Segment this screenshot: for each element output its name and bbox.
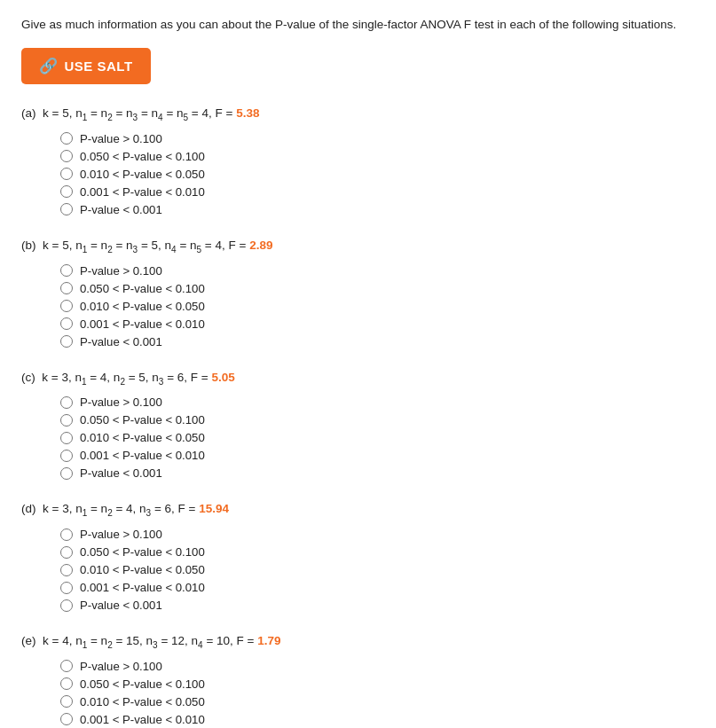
list-item: P-value < 0.001 [60, 203, 695, 216]
question-block-b: (b) k = 5, n1 = n2 = n3 = 5, n4 = n5 = 4… [21, 236, 695, 348]
option-label-d-3: 0.001 < P-value < 0.010 [80, 581, 205, 594]
list-item: 0.001 < P-value < 0.010 [60, 449, 695, 462]
radio-e-1[interactable] [60, 677, 73, 690]
list-item: 0.010 < P-value < 0.050 [60, 168, 695, 181]
option-label-e-3: 0.001 < P-value < 0.010 [80, 713, 205, 726]
list-item: 0.010 < P-value < 0.050 [60, 563, 695, 576]
salt-button-label: USE SALT [65, 59, 133, 74]
list-item: P-value > 0.100 [60, 660, 695, 673]
option-label-d-1: 0.050 < P-value < 0.100 [80, 545, 205, 559]
option-label-e-1: 0.050 < P-value < 0.100 [80, 677, 205, 691]
questions-container: (a) k = 5, n1 = n2 = n3 = n4 = n5 = 4, F… [21, 104, 695, 728]
radio-d-1[interactable] [60, 546, 73, 559]
options-list-a: P-value > 0.1000.050 < P-value < 0.1000.… [21, 132, 695, 216]
question-block-e: (e) k = 4, n1 = n2 = 15, n3 = 12, n4 = 1… [21, 631, 695, 728]
list-item: 0.050 < P-value < 0.100 [60, 677, 695, 691]
radio-e-3[interactable] [60, 713, 73, 725]
question-label-d: (d) k = 3, n1 = n2 = 4, n3 = 6, F = 15.9… [21, 499, 695, 521]
option-label-c-4: P-value < 0.001 [80, 466, 162, 480]
radio-b-1[interactable] [60, 282, 73, 294]
option-label-a-0: P-value > 0.100 [80, 132, 162, 145]
question-block-a: (a) k = 5, n1 = n2 = n3 = n4 = n5 = 4, F… [21, 104, 695, 216]
list-item: 0.050 < P-value < 0.100 [60, 150, 695, 163]
list-item: 0.001 < P-value < 0.010 [60, 713, 695, 726]
list-item: 0.010 < P-value < 0.050 [60, 431, 695, 444]
list-item: 0.050 < P-value < 0.100 [60, 413, 695, 427]
list-item: 0.001 < P-value < 0.010 [60, 581, 695, 594]
intro-text: Give as much information as you can abou… [21, 16, 695, 34]
option-label-b-3: 0.001 < P-value < 0.010 [80, 317, 205, 331]
list-item: P-value < 0.001 [60, 466, 695, 480]
list-item: P-value < 0.001 [60, 335, 695, 348]
list-item: 0.050 < P-value < 0.100 [60, 545, 695, 559]
option-label-a-2: 0.010 < P-value < 0.050 [80, 168, 205, 181]
salt-icon: 🔗 [39, 57, 59, 75]
use-salt-button[interactable]: 🔗 USE SALT [21, 48, 151, 84]
question-label-a: (a) k = 5, n1 = n2 = n3 = n4 = n5 = 4, F… [21, 104, 695, 125]
list-item: 0.010 < P-value < 0.050 [60, 695, 695, 708]
options-list-e: P-value > 0.1000.050 < P-value < 0.1000.… [21, 660, 695, 728]
list-item: 0.010 < P-value < 0.050 [60, 300, 695, 313]
option-label-a-4: P-value < 0.001 [80, 203, 162, 216]
radio-b-4[interactable] [60, 335, 73, 348]
radio-d-3[interactable] [60, 582, 73, 594]
radio-b-2[interactable] [60, 300, 73, 312]
option-label-a-1: 0.050 < P-value < 0.100 [80, 150, 205, 163]
radio-a-2[interactable] [60, 168, 73, 180]
list-item: P-value < 0.001 [60, 599, 695, 612]
options-list-b: P-value > 0.1000.050 < P-value < 0.1000.… [21, 264, 695, 348]
option-label-d-4: P-value < 0.001 [80, 599, 162, 612]
radio-d-0[interactable] [60, 528, 73, 541]
radio-d-2[interactable] [60, 564, 73, 576]
list-item: P-value > 0.100 [60, 395, 695, 409]
radio-c-0[interactable] [60, 396, 73, 409]
radio-a-1[interactable] [60, 150, 73, 162]
radio-e-0[interactable] [60, 660, 73, 672]
radio-d-4[interactable] [60, 599, 73, 612]
radio-b-0[interactable] [60, 264, 73, 277]
radio-a-3[interactable] [60, 185, 73, 198]
option-label-e-0: P-value > 0.100 [80, 660, 162, 673]
list-item: P-value > 0.100 [60, 528, 695, 541]
option-label-d-2: 0.010 < P-value < 0.050 [80, 563, 205, 576]
options-list-d: P-value > 0.1000.050 < P-value < 0.1000.… [21, 528, 695, 612]
radio-c-1[interactable] [60, 414, 73, 427]
list-item: P-value > 0.100 [60, 132, 695, 145]
option-label-c-1: 0.050 < P-value < 0.100 [80, 413, 205, 427]
list-item: P-value > 0.100 [60, 264, 695, 278]
option-label-c-3: 0.001 < P-value < 0.010 [80, 449, 205, 462]
option-label-e-2: 0.010 < P-value < 0.050 [80, 695, 205, 708]
question-label-b: (b) k = 5, n1 = n2 = n3 = 5, n4 = n5 = 4… [21, 236, 695, 257]
list-item: 0.050 < P-value < 0.100 [60, 282, 695, 295]
radio-c-4[interactable] [60, 467, 73, 480]
options-list-c: P-value > 0.1000.050 < P-value < 0.1000.… [21, 395, 695, 480]
question-block-c: (c) k = 3, n1 = 4, n2 = 5, n3 = 6, F = 5… [21, 368, 695, 481]
option-label-d-0: P-value > 0.100 [80, 528, 162, 541]
option-label-a-3: 0.001 < P-value < 0.010 [80, 185, 205, 199]
radio-a-4[interactable] [60, 203, 73, 215]
option-label-c-0: P-value > 0.100 [80, 395, 162, 409]
radio-c-3[interactable] [60, 450, 73, 462]
radio-a-0[interactable] [60, 132, 73, 145]
option-label-b-2: 0.010 < P-value < 0.050 [80, 300, 205, 313]
list-item: 0.001 < P-value < 0.010 [60, 185, 695, 199]
radio-e-2[interactable] [60, 695, 73, 708]
option-label-b-0: P-value > 0.100 [80, 264, 162, 278]
radio-c-2[interactable] [60, 432, 73, 444]
option-label-b-4: P-value < 0.001 [80, 335, 162, 348]
option-label-c-2: 0.010 < P-value < 0.050 [80, 431, 205, 444]
list-item: 0.001 < P-value < 0.010 [60, 317, 695, 331]
option-label-b-1: 0.050 < P-value < 0.100 [80, 282, 205, 295]
radio-b-3[interactable] [60, 317, 73, 330]
question-label-c: (c) k = 3, n1 = 4, n2 = 5, n3 = 6, F = 5… [21, 368, 695, 389]
question-label-e: (e) k = 4, n1 = n2 = 15, n3 = 12, n4 = 1… [21, 631, 695, 653]
question-block-d: (d) k = 3, n1 = n2 = 4, n3 = 6, F = 15.9… [21, 499, 695, 612]
